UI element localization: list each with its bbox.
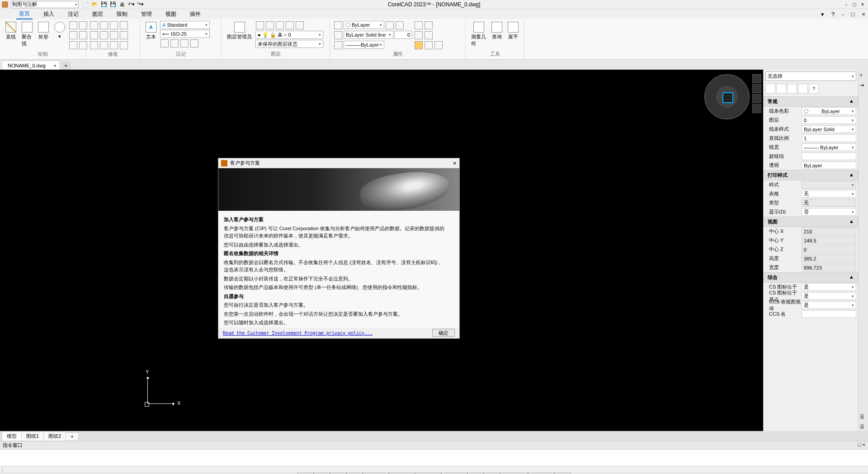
group-tool-icon[interactable] [415, 21, 423, 29]
draw-tool-icon[interactable] [69, 21, 77, 29]
modify-tool-icon[interactable] [120, 21, 128, 29]
props-value[interactable]: 0 [802, 246, 856, 253]
section-plotstyle[interactable]: 打印样式▲ [764, 170, 858, 180]
tab-home[interactable]: 首页 [16, 9, 33, 19]
props-value[interactable]: 是▾ [802, 283, 856, 291]
annot-tool-icon[interactable] [160, 39, 169, 47]
sheet-tab-1[interactable]: 图纸1 [21, 431, 44, 441]
line-button[interactable]: 直线 [4, 21, 18, 41]
group-tool-icon[interactable] [415, 31, 423, 39]
props-value[interactable]: 896.723 [802, 264, 856, 271]
modify-tool-icon[interactable] [110, 21, 118, 29]
inquiry-button[interactable]: 查询 [490, 21, 504, 41]
close-icon[interactable]: × [859, 1, 866, 8]
linetype-combo[interactable]: ByLayer Solid line▾ [344, 31, 393, 39]
props-value[interactable]: 1 [802, 134, 856, 142]
print-icon[interactable]: 🖶 [118, 1, 126, 8]
minimize-icon[interactable]: - [843, 1, 850, 8]
redo-icon[interactable]: ↷▾ [137, 1, 144, 8]
modify-tool-icon[interactable] [110, 31, 118, 39]
annot-tool-icon[interactable] [180, 39, 189, 47]
drawing-canvas[interactable]: Y X 客户参与方案 × 加入客户参与方案 客户参与方案 (CIP) 可让 Co… [0, 70, 763, 431]
flatten-button[interactable]: 展平 [506, 21, 520, 41]
props-value[interactable]: ByLayer [802, 161, 856, 169]
props-tool-icon[interactable] [765, 84, 775, 94]
maximize-icon[interactable]: □ [851, 1, 858, 8]
panel-icon[interactable]: ☰ [860, 414, 867, 421]
mdi-max-icon[interactable]: □ [849, 10, 858, 19]
panel-icon[interactable]: ☰ [860, 424, 867, 431]
color-combo[interactable]: ByLayer▾ [344, 21, 384, 29]
annot-tool-icon[interactable] [190, 39, 198, 47]
prop-tool-icon[interactable] [396, 21, 404, 29]
modify-tool-icon[interactable] [110, 41, 118, 49]
props-tool-icon[interactable] [776, 84, 786, 94]
group-tool-icon[interactable] [425, 21, 433, 29]
tab-annotate[interactable]: 注记 [65, 9, 81, 19]
modify-tool-icon[interactable] [100, 21, 108, 29]
props-value[interactable] [802, 152, 856, 160]
measure-button[interactable]: 测量几何 [469, 21, 488, 48]
saveall-icon[interactable]: 💾 [109, 1, 117, 8]
props-value[interactable]: 否▾ [802, 208, 856, 216]
layer-tool-icon[interactable] [256, 21, 264, 29]
dialog-titlebar[interactable]: 客户参与方案 × [218, 158, 459, 168]
command-history[interactable] [0, 449, 868, 466]
mdi-close-icon[interactable]: × [859, 10, 868, 19]
draw-tool-icon[interactable] [69, 31, 77, 39]
props-value[interactable]: ▾ [802, 181, 856, 189]
help-dropdown-icon[interactable]: ▾ [818, 10, 827, 19]
view-rotate-icon[interactable] [752, 94, 761, 103]
layer-tool-icon[interactable] [296, 21, 304, 29]
tab-view[interactable]: 视图 [163, 9, 179, 19]
workspace-selector[interactable]: 制图与注解▾ [11, 1, 79, 8]
layer-tool-icon[interactable] [286, 21, 294, 29]
props-tool-icon[interactable] [787, 84, 797, 94]
props-value[interactable]: 无▾ [802, 190, 856, 198]
props-value[interactable]: 210 [802, 228, 856, 235]
view-settings-icon[interactable] [752, 104, 761, 113]
view-cube[interactable] [704, 74, 750, 119]
view-home-icon[interactable] [752, 74, 761, 83]
polyline-button[interactable]: 聚合线 [20, 21, 34, 48]
panel-toggle-icon[interactable]: ⇥ [860, 82, 867, 90]
prop-tool-icon[interactable] [334, 41, 342, 49]
help-icon[interactable]: ? [829, 10, 837, 19]
group-tool-icon[interactable] [425, 41, 433, 49]
panel-close-icon[interactable]: × [860, 72, 867, 80]
dialog-close-icon[interactable]: × [453, 160, 457, 167]
ok-button[interactable]: 确定 [432, 329, 455, 337]
new-tab-button[interactable]: + [61, 62, 71, 70]
tab-insert[interactable]: 插入 [41, 9, 57, 19]
new-icon[interactable]: 📄 [82, 1, 90, 8]
privacy-link[interactable]: Read the Customer Involvement Program pr… [223, 331, 373, 336]
view-90-icon[interactable] [752, 84, 761, 93]
prop-tool-icon[interactable] [334, 21, 342, 29]
command-input[interactable]: : [0, 466, 868, 473]
cmd-close-icon[interactable]: × [863, 442, 865, 447]
group-tool-icon[interactable] [425, 31, 433, 39]
modify-tool-icon[interactable] [90, 31, 98, 39]
text-button[interactable]: A文本 [144, 21, 158, 41]
circle-button[interactable]: ▾ [52, 21, 67, 40]
rectangle-button[interactable]: 矩形 [36, 21, 51, 41]
ltscale-input[interactable]: 0 [394, 31, 412, 39]
annot-tool-icon[interactable] [170, 39, 179, 47]
sheet-tab-model[interactable]: 模型 [2, 431, 22, 441]
props-value[interactable]: ByLayer Solid▾ [802, 125, 856, 133]
layer-tool-icon[interactable] [266, 21, 274, 29]
props-value[interactable]: ——— ByLayer▾ [802, 143, 856, 151]
tab-addin[interactable]: 插件 [187, 9, 203, 19]
props-value[interactable]: 是▾ [802, 292, 856, 300]
mdi-min-icon[interactable]: - [839, 10, 846, 19]
props-value[interactable]: 无 [802, 199, 856, 207]
props-value[interactable]: 0▾ [802, 116, 856, 124]
layer-combo[interactable]: ● 💡 🔒 🖶 ○ 0▾ [255, 31, 323, 39]
tab-close-icon[interactable]: × [53, 63, 56, 68]
props-value[interactable]: 385.2 [802, 255, 856, 262]
prop-tool-icon[interactable] [334, 31, 342, 39]
props-value[interactable]: 148.5 [802, 237, 856, 244]
modify-tool-icon[interactable] [100, 31, 108, 39]
sheet-tab-2[interactable]: 图纸2 [43, 431, 66, 441]
layerstate-combo[interactable]: 未保存的图层状态▾ [255, 40, 323, 48]
